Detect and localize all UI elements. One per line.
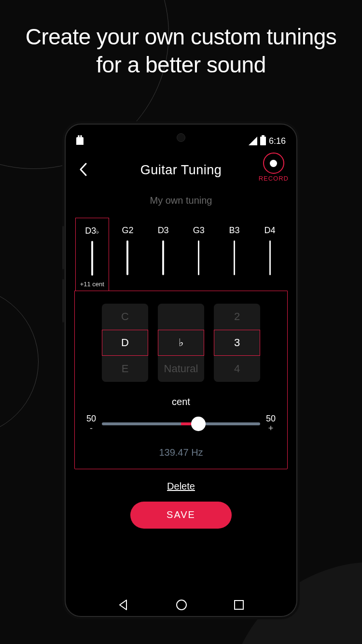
picker-value: ♭ [158,330,204,356]
picker-value: 3 [214,330,260,356]
string-2[interactable]: G2 [111,218,144,291]
string-note: G3 [193,225,205,236]
string-note: G2 [122,225,133,236]
battery-icon [260,137,266,145]
android-nav-bar [66,599,296,611]
nav-recent-icon[interactable] [234,600,244,610]
phone-side-button [62,226,64,269]
string-line-icon [91,241,93,276]
string-note: D3♭ [85,226,99,236]
note-picker[interactable]: C D E [102,304,148,382]
app-screen: Guitar Tuning RECORD My own tuning D3♭+1… [72,152,290,592]
string-4[interactable]: G3 [182,218,216,291]
cent-slider[interactable] [102,422,260,425]
string-line-icon [198,240,199,275]
delete-button[interactable]: Delete [72,481,290,492]
frequency-display: 139.47 Hz [84,447,278,458]
picker-prev: C [102,304,148,330]
chevron-left-icon [79,163,88,176]
note-pickers: C D E ♭ Natural 2 3 4 [84,304,278,382]
picker-prev [158,304,204,330]
record-icon [263,153,284,174]
nav-home-icon[interactable] [175,599,188,611]
phone-frame: 6:16 Guitar Tuning RECORD My own tuning … [65,124,297,617]
android-icon [76,137,84,145]
string-offset: +11 cent [80,280,104,288]
cent-max: 50+ [266,414,276,434]
slider-thumb[interactable] [191,417,206,431]
picker-next: 4 [214,356,260,382]
picker-prev: 2 [214,304,260,330]
cent-min: 50- [86,414,96,434]
octave-picker[interactable]: 2 3 4 [214,304,260,382]
string-note: D4 [265,225,276,236]
string-1[interactable]: D3♭+11 cent [75,218,109,291]
string-note: B3 [229,225,239,236]
page-title: Guitar Tuning [140,163,222,178]
signal-icon [249,137,257,145]
svg-point-0 [177,600,186,610]
cent-label: cent [84,396,278,407]
string-5[interactable]: B3 [217,218,251,291]
bg-decoration [0,287,39,436]
picker-next: E [102,356,148,382]
tuning-name: My own tuning [72,195,290,206]
svg-rect-1 [235,601,243,609]
cent-section: cent 50- 50+ 139.47 Hz [84,396,278,458]
accidental-picker[interactable]: ♭ Natural [158,304,204,382]
phone-side-button [62,279,64,322]
string-line-icon [126,240,128,275]
string-line-icon [269,240,271,275]
string-3[interactable]: D3 [146,218,180,291]
string-selector: D3♭+11 centG2D3G3B3D4 [72,218,290,291]
string-6[interactable]: D4 [253,218,287,291]
picker-value: D [102,330,148,356]
nav-back-icon[interactable] [118,599,129,611]
marketing-tagline: Create your own custom tunings for a bet… [0,0,362,79]
save-button[interactable]: SAVE [130,502,232,529]
string-line-icon [234,240,235,275]
back-button[interactable] [75,161,92,178]
string-note: D3 [158,225,169,236]
status-bar: 6:16 [66,134,296,148]
app-header: Guitar Tuning RECORD [72,152,290,188]
picker-next: Natural [158,356,204,382]
string-editor: C D E ♭ Natural 2 3 4 cent [74,291,288,469]
record-label: RECORD [259,175,289,182]
record-button[interactable]: RECORD [259,153,289,182]
status-time: 6:16 [269,136,286,146]
string-line-icon [162,240,164,275]
